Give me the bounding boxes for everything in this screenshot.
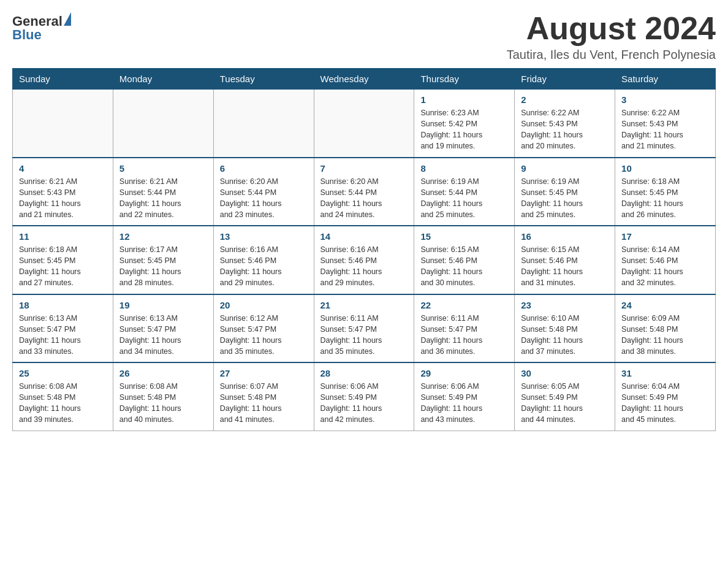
calendar-cell: 25Sunrise: 6:08 AM Sunset: 5:48 PM Dayli… xyxy=(13,362,113,431)
calendar-cell: 19Sunrise: 6:13 AM Sunset: 5:47 PM Dayli… xyxy=(113,294,213,363)
day-number: 24 xyxy=(621,300,709,310)
calendar-cell: 4Sunrise: 6:21 AM Sunset: 5:43 PM Daylig… xyxy=(13,158,113,226)
calendar-cell: 28Sunrise: 6:06 AM Sunset: 5:49 PM Dayli… xyxy=(314,362,414,431)
title-section: August 2024 Tautira, Iles du Vent, Frenc… xyxy=(507,12,716,62)
calendar-cell: 23Sunrise: 6:10 AM Sunset: 5:48 PM Dayli… xyxy=(515,294,615,363)
calendar-cell: 18Sunrise: 6:13 AM Sunset: 5:47 PM Dayli… xyxy=(13,294,113,363)
calendar-week-row: 25Sunrise: 6:08 AM Sunset: 5:48 PM Dayli… xyxy=(13,362,716,431)
day-number: 22 xyxy=(420,300,508,310)
calendar-cell: 2Sunrise: 6:22 AM Sunset: 5:43 PM Daylig… xyxy=(515,90,615,158)
calendar-cell xyxy=(213,90,314,158)
logo-triangle-icon xyxy=(64,12,71,26)
calendar-cell: 13Sunrise: 6:16 AM Sunset: 5:46 PM Dayli… xyxy=(213,226,314,294)
day-of-week-header: Friday xyxy=(515,69,615,90)
day-number: 23 xyxy=(521,300,609,310)
day-info: Sunrise: 6:14 AM Sunset: 5:46 PM Dayligh… xyxy=(621,244,709,289)
day-info: Sunrise: 6:22 AM Sunset: 5:43 PM Dayligh… xyxy=(521,107,609,152)
day-number: 14 xyxy=(320,231,408,242)
calendar-cell: 9Sunrise: 6:19 AM Sunset: 5:45 PM Daylig… xyxy=(515,158,615,226)
day-info: Sunrise: 6:21 AM Sunset: 5:43 PM Dayligh… xyxy=(19,176,107,221)
day-info: Sunrise: 6:16 AM Sunset: 5:46 PM Dayligh… xyxy=(220,244,308,289)
day-number: 26 xyxy=(119,368,207,378)
day-info: Sunrise: 6:13 AM Sunset: 5:47 PM Dayligh… xyxy=(19,313,107,358)
day-number: 19 xyxy=(119,300,207,310)
day-of-week-header: Thursday xyxy=(414,69,515,90)
calendar-cell xyxy=(113,90,213,158)
day-number: 8 xyxy=(420,163,508,174)
day-number: 6 xyxy=(220,163,308,174)
day-info: Sunrise: 6:22 AM Sunset: 5:43 PM Dayligh… xyxy=(621,107,709,152)
day-info: Sunrise: 6:18 AM Sunset: 5:45 PM Dayligh… xyxy=(19,244,107,289)
day-info: Sunrise: 6:20 AM Sunset: 5:44 PM Dayligh… xyxy=(220,176,308,221)
calendar-cell: 20Sunrise: 6:12 AM Sunset: 5:47 PM Dayli… xyxy=(213,294,314,363)
day-of-week-header: Monday xyxy=(113,69,213,90)
day-number: 27 xyxy=(220,368,308,378)
day-info: Sunrise: 6:12 AM Sunset: 5:47 PM Dayligh… xyxy=(220,313,308,358)
day-number: 25 xyxy=(19,368,107,378)
calendar-cell: 27Sunrise: 6:07 AM Sunset: 5:48 PM Dayli… xyxy=(213,362,314,431)
day-number: 18 xyxy=(19,300,107,310)
calendar-cell: 3Sunrise: 6:22 AM Sunset: 5:43 PM Daylig… xyxy=(615,90,716,158)
day-info: Sunrise: 6:21 AM Sunset: 5:44 PM Dayligh… xyxy=(119,176,207,221)
calendar-cell: 17Sunrise: 6:14 AM Sunset: 5:46 PM Dayli… xyxy=(615,226,716,294)
day-number: 15 xyxy=(420,231,508,242)
calendar-week-row: 4Sunrise: 6:21 AM Sunset: 5:43 PM Daylig… xyxy=(13,158,716,226)
calendar-cell: 1Sunrise: 6:23 AM Sunset: 5:42 PM Daylig… xyxy=(414,90,515,158)
day-info: Sunrise: 6:15 AM Sunset: 5:46 PM Dayligh… xyxy=(420,244,508,289)
day-info: Sunrise: 6:20 AM Sunset: 5:44 PM Dayligh… xyxy=(320,176,408,221)
day-number: 9 xyxy=(521,163,609,174)
day-number: 20 xyxy=(220,300,308,310)
day-info: Sunrise: 6:19 AM Sunset: 5:44 PM Dayligh… xyxy=(420,176,508,221)
calendar-week-row: 1Sunrise: 6:23 AM Sunset: 5:42 PM Daylig… xyxy=(13,90,716,158)
calendar-cell: 10Sunrise: 6:18 AM Sunset: 5:45 PM Dayli… xyxy=(615,158,716,226)
calendar-cell xyxy=(13,90,113,158)
day-number: 16 xyxy=(521,231,609,242)
day-number: 10 xyxy=(621,163,709,174)
day-info: Sunrise: 6:15 AM Sunset: 5:46 PM Dayligh… xyxy=(521,244,609,289)
day-number: 31 xyxy=(621,368,709,378)
day-info: Sunrise: 6:08 AM Sunset: 5:48 PM Dayligh… xyxy=(19,381,107,426)
day-of-week-header: Wednesday xyxy=(314,69,414,90)
day-number: 1 xyxy=(420,94,508,105)
day-of-week-header: Sunday xyxy=(13,69,113,90)
day-number: 17 xyxy=(621,231,709,242)
day-number: 13 xyxy=(220,231,308,242)
calendar-cell: 5Sunrise: 6:21 AM Sunset: 5:44 PM Daylig… xyxy=(113,158,213,226)
day-info: Sunrise: 6:13 AM Sunset: 5:47 PM Dayligh… xyxy=(119,313,207,358)
day-number: 29 xyxy=(420,368,508,378)
calendar-table: SundayMondayTuesdayWednesdayThursdayFrid… xyxy=(12,68,716,431)
calendar-cell: 30Sunrise: 6:05 AM Sunset: 5:49 PM Dayli… xyxy=(515,362,615,431)
day-number: 28 xyxy=(320,368,408,378)
day-info: Sunrise: 6:10 AM Sunset: 5:48 PM Dayligh… xyxy=(521,313,609,358)
calendar-cell xyxy=(314,90,414,158)
day-info: Sunrise: 6:08 AM Sunset: 5:48 PM Dayligh… xyxy=(119,381,207,426)
day-info: Sunrise: 6:11 AM Sunset: 5:47 PM Dayligh… xyxy=(420,313,508,358)
calendar-week-row: 18Sunrise: 6:13 AM Sunset: 5:47 PM Dayli… xyxy=(13,294,716,363)
location-title: Tautira, Iles du Vent, French Polynesia xyxy=(507,48,716,62)
calendar-cell: 26Sunrise: 6:08 AM Sunset: 5:48 PM Dayli… xyxy=(113,362,213,431)
calendar-cell: 21Sunrise: 6:11 AM Sunset: 5:47 PM Dayli… xyxy=(314,294,414,363)
day-info: Sunrise: 6:05 AM Sunset: 5:49 PM Dayligh… xyxy=(521,381,609,426)
calendar-cell: 22Sunrise: 6:11 AM Sunset: 5:47 PM Dayli… xyxy=(414,294,515,363)
calendar-cell: 16Sunrise: 6:15 AM Sunset: 5:46 PM Dayli… xyxy=(515,226,615,294)
page-header: General Blue August 2024 Tautira, Iles d… xyxy=(12,12,716,62)
day-of-week-header: Saturday xyxy=(615,69,716,90)
day-info: Sunrise: 6:04 AM Sunset: 5:49 PM Dayligh… xyxy=(621,381,709,426)
day-number: 3 xyxy=(621,94,709,105)
calendar-cell: 8Sunrise: 6:19 AM Sunset: 5:44 PM Daylig… xyxy=(414,158,515,226)
day-number: 11 xyxy=(19,231,107,242)
day-info: Sunrise: 6:16 AM Sunset: 5:46 PM Dayligh… xyxy=(320,244,408,289)
calendar-header-row: SundayMondayTuesdayWednesdayThursdayFrid… xyxy=(13,69,716,90)
logo: General Blue xyxy=(12,12,71,43)
calendar-cell: 12Sunrise: 6:17 AM Sunset: 5:45 PM Dayli… xyxy=(113,226,213,294)
calendar-cell: 24Sunrise: 6:09 AM Sunset: 5:48 PM Dayli… xyxy=(615,294,716,363)
calendar-cell: 15Sunrise: 6:15 AM Sunset: 5:46 PM Dayli… xyxy=(414,226,515,294)
day-info: Sunrise: 6:06 AM Sunset: 5:49 PM Dayligh… xyxy=(320,381,408,426)
day-number: 5 xyxy=(119,163,207,174)
day-number: 4 xyxy=(19,163,107,174)
calendar-cell: 7Sunrise: 6:20 AM Sunset: 5:44 PM Daylig… xyxy=(314,158,414,226)
day-number: 21 xyxy=(320,300,408,310)
day-number: 7 xyxy=(320,163,408,174)
calendar-cell: 14Sunrise: 6:16 AM Sunset: 5:46 PM Dayli… xyxy=(314,226,414,294)
day-info: Sunrise: 6:11 AM Sunset: 5:47 PM Dayligh… xyxy=(320,313,408,358)
